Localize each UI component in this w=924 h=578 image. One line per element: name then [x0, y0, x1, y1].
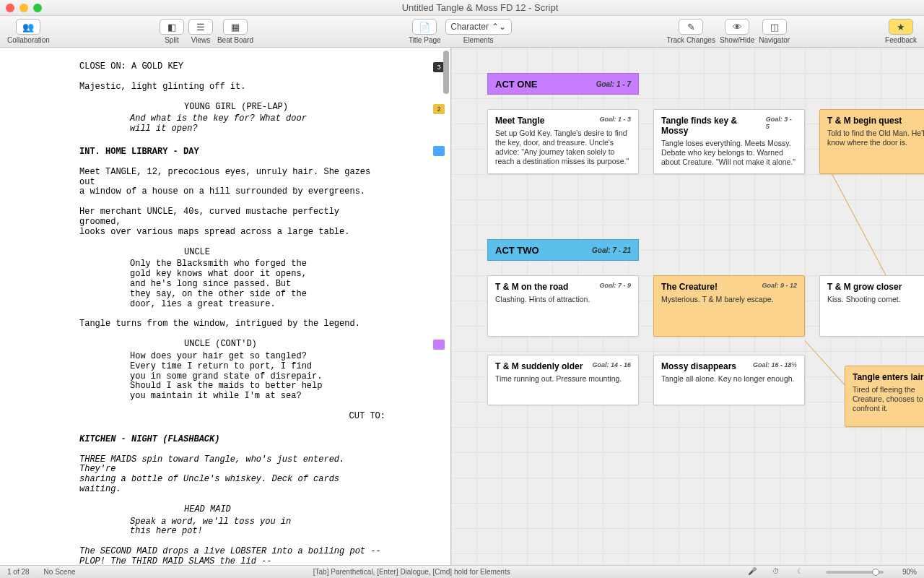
act-header-one[interactable]: ACT ONE Goal: 1 - 7: [487, 73, 639, 95]
card-goal: Goal: 3 - 5: [766, 116, 797, 136]
dialogue: How does your hair get so tangled? Every…: [79, 352, 385, 402]
minimize-window-icon[interactable]: [19, 4, 28, 12]
toolbar-label: Collaboration: [7, 36, 50, 44]
views-icon: ☰: [196, 22, 205, 33]
zoom-slider[interactable]: [826, 571, 884, 574]
card-goal: Goal: 1 - 3: [599, 116, 631, 126]
window-title: Untitled Tangle & Moss FD 12 - Script: [42, 2, 918, 13]
toolbar-label: Split: [165, 36, 178, 44]
beat-card[interactable]: T & M on the roadGoal: 7 - 9 Clashing. H…: [487, 275, 639, 337]
beat-board[interactable]: ACT ONE Goal: 1 - 7 ACT TWO Goal: 7 - 21…: [451, 48, 924, 565]
toolbar-label: Views: [191, 36, 211, 44]
card-title: T & M on the road: [495, 282, 568, 292]
card-body: Tangle all alone. Key no longer enough.: [661, 374, 797, 384]
card-body: Mysterious. T & M barely escape.: [661, 295, 797, 304]
titlebar: Untitled Tangle & Moss FD 12 - Script: [0, 0, 924, 16]
page-icon: 📄: [419, 22, 430, 33]
card-goal: Goal: 14 - 16: [592, 361, 631, 371]
card-title: Mossy disappears: [661, 361, 736, 371]
act-label: ACT ONE: [495, 79, 538, 90]
scene-heading: INT. HOME LIBRARY - DAY: [79, 147, 385, 158]
toolbar-views[interactable]: ☰ Views: [188, 19, 213, 44]
grid-icon: ▦: [231, 22, 240, 33]
card-title: Tangle enters lair: [853, 372, 923, 382]
card-title: T & M grow closer: [827, 282, 902, 292]
beat-card[interactable]: T & M grow closer Kiss. Shooting comet.: [819, 275, 924, 337]
toolbar-collaboration[interactable]: 👥 Collaboration: [7, 19, 50, 44]
beat-card[interactable]: Tangle finds key & MossyGoal: 3 - 5 Tang…: [653, 109, 805, 174]
page-indicator: 1 of 28: [7, 568, 30, 576]
eye-icon: 👁: [733, 22, 742, 33]
dialogue: And what is the key for? What door will …: [79, 114, 385, 134]
character: UNCLE (CONT'D): [79, 340, 385, 350]
card-body: Kiss. Shooting comet.: [827, 295, 924, 304]
toolbar-elements[interactable]: Character⌃⌄ Elements: [445, 19, 512, 44]
zoom-window-icon[interactable]: [33, 4, 42, 12]
scroll-thumb[interactable]: [443, 51, 449, 94]
beat-card-highlight[interactable]: Tangle enters lair Tired of fleeing the …: [845, 366, 924, 427]
people-icon: 👥: [22, 22, 34, 33]
toolbar-label: Track Changes: [666, 36, 715, 44]
action: THREE MAIDS spin toward Tangle, who's ju…: [79, 455, 385, 495]
action: Tangle turns from the window, intrigued …: [79, 319, 385, 329]
toolbar-label: Feedback: [885, 36, 917, 44]
script-page[interactable]: CLOSE ON: A GOLD KEY Majestic, light gli…: [0, 48, 450, 565]
toolbar: 👥 Collaboration ◧ Split ☰ Views ▦ Beat B…: [0, 16, 924, 48]
act-label: ACT TWO: [495, 245, 539, 256]
night-icon[interactable]: ☾: [797, 567, 807, 577]
card-title: The Creature!: [661, 282, 718, 292]
window-controls: [6, 4, 42, 12]
card-body: Tangle loses everything. Meets Mossy. De…: [661, 139, 797, 167]
elements-value: Character: [450, 22, 489, 32]
beat-card[interactable]: T & M suddenly olderGoal: 14 - 16 Time r…: [487, 355, 639, 405]
scene-heading: KITCHEN - NIGHT (FLASHBACK): [79, 435, 385, 445]
split-icon: ◧: [167, 22, 176, 33]
card-title: T & M begin quest: [827, 116, 902, 126]
character: UNCLE: [79, 248, 385, 258]
beat-card[interactable]: Mossy disappearsGoal: 16 - 18½ Tangle al…: [653, 355, 805, 405]
card-body: Told to find the Old Man. He'll know whe…: [827, 129, 924, 147]
action: The SECOND MAID drops a live LOBSTER int…: [79, 547, 385, 565]
card-goal: Goal: 16 - 18½: [753, 361, 797, 371]
toolbar-track-changes[interactable]: ✎ Track Changes: [666, 19, 715, 44]
card-goal: Goal: 9 - 12: [762, 282, 797, 292]
transition: CUT TO:: [79, 412, 385, 422]
navigator-icon: ◫: [770, 22, 779, 33]
card-body: Clashing. Hints of attraction.: [495, 295, 631, 304]
toolbar-feedback[interactable]: ★ Feedback: [885, 19, 917, 44]
toolbar-split[interactable]: ◧ Split: [160, 19, 184, 44]
beat-card[interactable]: Meet TangleGoal: 1 - 3 Set up Gold Key. …: [487, 109, 639, 174]
zoom-thumb[interactable]: [872, 569, 879, 576]
close-window-icon[interactable]: [6, 4, 14, 12]
track-icon: ✎: [687, 22, 695, 33]
beat-card-highlight[interactable]: The Creature!Goal: 9 - 12 Mysterious. T …: [653, 275, 805, 337]
status-bar: 1 of 28 No Scene [Tab] Parenthetical, [E…: [0, 565, 924, 578]
toolbar-showhide[interactable]: 👁 Show/Hide: [720, 19, 754, 44]
toolbar-label: Navigator: [759, 36, 790, 44]
scene-indicator: No Scene: [44, 568, 76, 576]
character: YOUNG GIRL (PRE-LAP): [79, 103, 385, 113]
dialogue: Speak a word, we'll toss you in this her…: [79, 517, 385, 538]
toolbar-label: Show/Hide: [720, 36, 754, 44]
dialogue: Only the Blacksmith who forged the gold …: [79, 259, 385, 309]
keyboard-hint: [Tab] Parenthetical, [Enter] Dialogue, […: [90, 568, 733, 576]
card-body: Tired of fleeing the Creature, chooses t…: [853, 385, 924, 413]
toolbar-navigator[interactable]: ◫ Navigator: [759, 19, 790, 44]
chevron-updown-icon: ⌃⌄: [492, 22, 506, 32]
scrollbar[interactable]: [443, 48, 449, 565]
character: HEAD MAID: [79, 505, 385, 515]
mic-icon[interactable]: 🎤: [748, 567, 758, 577]
card-body: Time running out. Pressure mounting.: [495, 374, 631, 384]
toolbar-titlepage[interactable]: 📄 Title Page: [409, 19, 441, 44]
timer-icon[interactable]: ⏱: [772, 567, 783, 577]
card-body: Set up Gold Key. Tangle's desire to find…: [495, 129, 631, 167]
toolbar-beatboard[interactable]: ▦ Beat Board: [217, 19, 253, 44]
zoom-value: 90%: [902, 568, 917, 576]
card-title: Tangle finds key & Mossy: [661, 116, 766, 136]
beat-card-highlight[interactable]: T & M begin quest Told to find the Old M…: [819, 109, 924, 174]
scene-heading: CLOSE ON: A GOLD KEY: [79, 62, 385, 72]
script-pane[interactable]: CLOSE ON: A GOLD KEY Majestic, light gli…: [0, 48, 451, 565]
act-goal: Goal: 1 - 7: [596, 80, 631, 88]
act-header-two[interactable]: ACT TWO Goal: 7 - 21: [487, 239, 639, 261]
toolbar-label: Elements: [463, 36, 494, 44]
